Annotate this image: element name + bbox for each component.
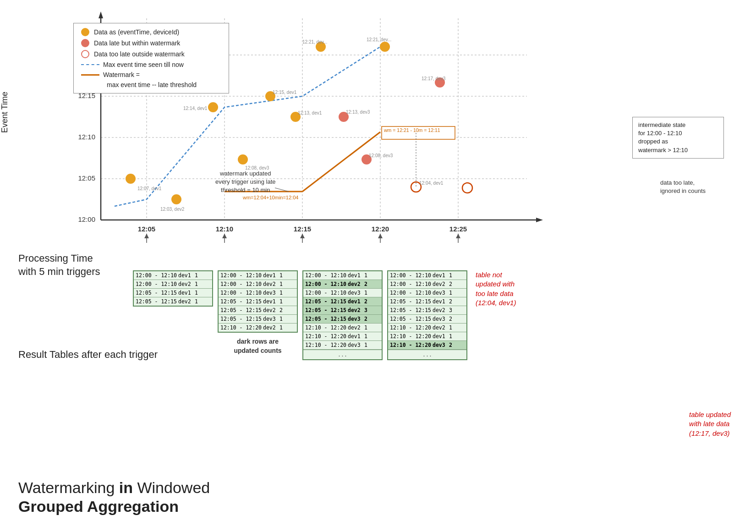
svg-point-40 — [171, 194, 181, 204]
table-row: 12:10 - 12:20dev31 — [303, 341, 382, 350]
svg-text:wm = 12:21 - 10m = 12:11: wm = 12:21 - 10m = 12:11 — [383, 127, 440, 133]
legend-label-6: max event time -- late threshold — [107, 81, 197, 88]
y-axis-label: Event Time — [0, 92, 10, 133]
orange-circle-icon — [81, 28, 89, 36]
svg-point-44 — [238, 154, 248, 165]
legend-item-6: max event time -- late threshold — [81, 81, 221, 88]
table-row: 12:00 - 12:10dev11 — [134, 271, 212, 280]
legend-label-2: Data late but within watermark — [94, 39, 180, 47]
svg-text:12:15: 12:15 — [294, 225, 311, 233]
table-row: 12:10 - 12:20dev21 — [388, 324, 466, 332]
legend-item-1: Data as (eventTime, deviceId) — [81, 28, 221, 36]
table-row: 12:05 - 12:15dev21 — [134, 297, 212, 306]
table-row: 12:10 - 12:20dev11 — [303, 332, 382, 341]
tables-section: 12:00 - 12:10dev11 12:00 - 12:10dev21 12… — [133, 270, 516, 360]
legend-item-5: Watermark = — [81, 71, 221, 78]
svg-text:12:13, dev1: 12:13, dev1 — [298, 110, 322, 115]
intermediate-state-annotation: intermediate statefor 12:00 - 12:10dropp… — [632, 117, 724, 159]
table-group-1: 12:00 - 12:10dev11 12:00 - 12:10dev21 12… — [133, 270, 213, 307]
legend-label-4: Max event time seen till now — [103, 61, 184, 68]
svg-text:12:21, dev...: 12:21, dev... — [302, 39, 327, 44]
main-container: Event Time 12:00 12:05 12:10 12:15 12:20… — [0, 0, 756, 532]
solid-line-icon — [81, 74, 99, 76]
table-row: 12:00 - 12:10dev11 — [388, 271, 466, 280]
table-row: 12:10 - 12:20dev11 — [388, 332, 466, 341]
table-row: 12:00 - 12:10dev31 — [388, 289, 466, 297]
table-row: 12:00 - 12:10dev11 — [303, 271, 382, 280]
legend-label-3: Data too late outside watermark — [94, 50, 185, 58]
title-grouped: Grouped Aggregation — [18, 498, 179, 515]
salmon-circle-icon — [81, 39, 89, 47]
table-row: 12:05 - 12:15dev32 — [303, 315, 382, 324]
legend-label-1: Data as (eventTime, deviceId) — [94, 28, 179, 36]
table-1: 12:00 - 12:10dev11 12:00 - 12:10dev21 12… — [133, 270, 213, 307]
svg-text:12:10: 12:10 — [78, 133, 95, 141]
table-not-updated-annotation: table notupdated withtoo late data(12:04… — [476, 270, 516, 307]
table-dots: ... — [388, 350, 466, 359]
data-too-late-annotation: data too late,ignored in counts — [660, 179, 706, 195]
table-row: 12:10 - 12:20dev21 — [219, 324, 297, 332]
table-row: 12:05 - 12:15dev31 — [219, 315, 297, 324]
legend-box: Data as (eventTime, deviceId) Data late … — [73, 23, 229, 93]
svg-marker-11 — [536, 218, 543, 222]
processing-time-label: Processing Timewith 5 min triggers — [18, 252, 100, 278]
svg-text:12:05: 12:05 — [138, 225, 155, 233]
table-group-3: 12:00 - 12:10dev11 12:00 - 12:10dev22 12… — [302, 270, 383, 360]
svg-text:12:03, dev2: 12:03, dev2 — [160, 207, 185, 212]
table-row: 12:05 - 12:15dev23 — [388, 306, 466, 315]
dark-rows-note: dark rows areupdated counts — [234, 337, 281, 355]
table-row: 12:00 - 12:10dev22 — [303, 280, 382, 289]
table-row: 12:05 - 12:15dev32 — [388, 315, 466, 324]
table-row: 12:00 - 12:10dev11 — [219, 271, 297, 280]
table-row: 12:05 - 12:15dev12 — [303, 297, 382, 306]
svg-text:12:13, dev3: 12:13, dev3 — [346, 110, 370, 115]
table-row: 12:00 - 12:10dev31 — [303, 289, 382, 297]
svg-point-38 — [126, 174, 136, 184]
table-row: 12:10 - 12:20dev21 — [303, 324, 382, 332]
svg-point-42 — [208, 102, 218, 112]
svg-point-58 — [380, 42, 390, 52]
svg-text:wm=12:04+10min=12:04: wm=12:04+10min=12:04 — [242, 195, 298, 200]
table-row: 12:05 - 12:15dev11 — [219, 297, 297, 306]
svg-text:12:10: 12:10 — [216, 225, 233, 233]
table-4: 12:00 - 12:10dev11 12:00 - 12:10dev22 12… — [387, 270, 467, 360]
table-row: 12:00 - 12:10dev21 — [134, 280, 212, 289]
svg-text:12:20: 12:20 — [372, 225, 389, 233]
table-2: 12:00 - 12:10dev11 12:00 - 12:10dev21 12… — [218, 270, 298, 333]
legend-item-4: Max event time seen till now — [81, 61, 221, 68]
table-group-2: 12:00 - 12:10dev11 12:00 - 12:10dev21 12… — [218, 270, 298, 355]
table-row: 12:10 - 12:20dev32 — [388, 341, 466, 350]
table-group-4: 12:00 - 12:10dev11 12:00 - 12:10dev22 12… — [387, 270, 467, 360]
dashed-line-icon — [81, 64, 99, 66]
title-watermarking: Watermarking — [18, 479, 115, 496]
table-row: 12:00 - 12:10dev21 — [219, 280, 297, 289]
svg-text:12:25: 12:25 — [449, 225, 467, 233]
table-row: 12:05 - 12:15dev12 — [388, 297, 466, 306]
table-3: 12:00 - 12:10dev11 12:00 - 12:10dev22 12… — [302, 270, 383, 360]
svg-text:12:15, dev1: 12:15, dev1 — [273, 90, 297, 95]
outline-circle-icon — [81, 50, 89, 58]
table-row: 12:05 - 12:15dev23 — [303, 306, 382, 315]
svg-marker-12 — [99, 11, 103, 18]
table-row: 12:05 - 12:15dev22 — [219, 306, 297, 315]
table-dots: ... — [303, 350, 382, 359]
legend-item-3: Data too late outside watermark — [81, 50, 221, 58]
table-row: 12:05 - 12:15dev11 — [134, 289, 212, 297]
svg-text:12:17, dev3: 12:17, dev3 — [422, 76, 446, 81]
watermark-annotation: watermark updatedevery trigger using lat… — [215, 170, 276, 195]
table-row: 12:00 - 12:10dev31 — [219, 289, 297, 297]
legend-item-2: Data late but within watermark — [81, 39, 221, 47]
svg-text:12:21, dev...: 12:21, dev... — [367, 37, 391, 42]
svg-text:12:04, dev1: 12:04, dev1 — [419, 181, 444, 186]
title-in: in — [115, 479, 137, 496]
table-row: 12:00 - 12:10dev22 — [388, 280, 466, 289]
title-windowed: Windowed — [137, 479, 210, 496]
page-title: Watermarking in Windowed Grouped Aggrega… — [18, 478, 210, 516]
svg-text:12:00: 12:00 — [78, 215, 95, 223]
svg-text:12:14, dev1: 12:14, dev1 — [183, 106, 208, 111]
svg-text:12:05: 12:05 — [78, 174, 95, 182]
svg-text:12:08, dev3: 12:08, dev3 — [369, 153, 393, 158]
svg-text:12:07, dev1: 12:07, dev1 — [137, 186, 162, 191]
svg-point-62 — [462, 183, 472, 193]
legend-label-5: Watermark = — [103, 71, 140, 78]
